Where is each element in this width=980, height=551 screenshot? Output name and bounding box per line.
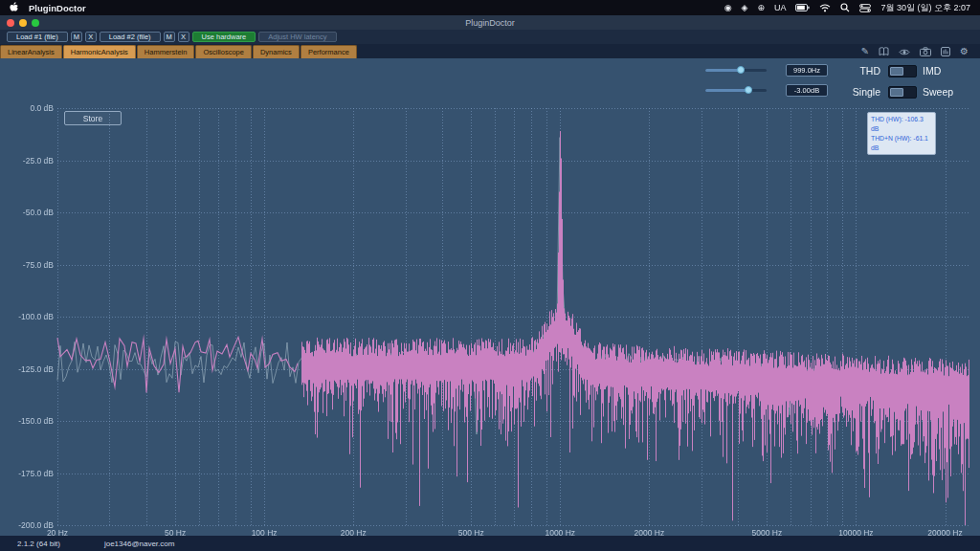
- frequency-value-field[interactable]: 999.0Hz: [786, 64, 828, 77]
- tab-performance[interactable]: Performance: [301, 45, 357, 58]
- status-bar: 2.1.2 (64 bit) joe1346@naver.com: [0, 536, 980, 551]
- eye-view-icon[interactable]: [899, 43, 910, 60]
- single-sweep-toggle-knob[interactable]: [890, 88, 903, 97]
- level-slider-fill: [705, 89, 747, 92]
- tab-dynamics[interactable]: Dynamics: [253, 45, 300, 58]
- plugin-status-icon[interactable]: ⊕: [757, 3, 765, 12]
- manual-book-icon[interactable]: [879, 43, 889, 60]
- level-slider[interactable]: [705, 89, 767, 92]
- version-text: 2.1.2 (64 bit): [17, 540, 60, 548]
- tab-harmonic-analysis[interactable]: HarmonicAnalysis: [63, 45, 136, 58]
- apple-menu-icon[interactable]: [10, 2, 19, 13]
- frequency-slider-thumb[interactable]: [737, 66, 745, 74]
- level-value-field[interactable]: -3.00dB: [786, 84, 828, 97]
- sweep-label: Sweep: [923, 86, 953, 98]
- thd-imd-toggle[interactable]: [888, 65, 917, 77]
- spectrum-canvas: [0, 58, 980, 536]
- wifi-icon[interactable]: [819, 4, 831, 12]
- tab-linear-analysis[interactable]: LinearAnalysis: [0, 45, 62, 58]
- screenshot-camera-icon[interactable]: [920, 43, 931, 60]
- license-email-text: joe1346@naver.com: [104, 540, 175, 548]
- use-hardware-button[interactable]: Use hardware: [192, 32, 256, 42]
- tool-icon-strip: ✎ ⚙: [861, 44, 980, 58]
- chart-area: Store THD (HW): -106.3 dB THD+N (HW): -6…: [0, 58, 980, 536]
- eq-meter-icon[interactable]: [941, 43, 950, 60]
- thd-readout-line2: THD+N (HW): -61.1 dB: [871, 134, 932, 153]
- spotlight-search-icon[interactable]: [840, 3, 850, 12]
- thd-readout-box: THD (HW): -106.3 dB THD+N (HW): -61.1 dB: [867, 112, 936, 155]
- level-slider-thumb[interactable]: [745, 86, 752, 94]
- mono-2-button[interactable]: M: [164, 32, 175, 42]
- tab-hammerstein[interactable]: Hammerstein: [137, 45, 195, 58]
- load-plugin-1-button[interactable]: Load #1 (file): [7, 32, 68, 42]
- store-button[interactable]: Store: [64, 111, 122, 125]
- y-tick-label: -25.0 dB: [4, 157, 54, 165]
- menubar-app-name[interactable]: PluginDoctor: [29, 3, 86, 13]
- battery-icon[interactable]: [795, 4, 810, 11]
- y-tick-label: -150.0 dB: [4, 417, 54, 426]
- clear-2-button[interactable]: X: [178, 32, 189, 42]
- y-tick-label: 0.0 dB: [4, 104, 54, 113]
- imd-label: IMD: [923, 65, 941, 77]
- thd-readout-line1: THD (HW): -106.3 dB: [871, 115, 932, 134]
- tab-oscilloscope[interactable]: Oscilloscope: [195, 45, 252, 58]
- edit-notes-icon[interactable]: ✎: [861, 47, 869, 56]
- y-tick-label: -175.0 dB: [4, 470, 54, 478]
- y-tick-label: -50.0 dB: [4, 209, 54, 217]
- single-sweep-toggle[interactable]: [888, 86, 917, 99]
- mono-1-button[interactable]: M: [71, 32, 82, 42]
- y-tick-label: -100.0 dB: [4, 313, 54, 321]
- menubar-clock[interactable]: 7월 30일 (일) 오후 2:07: [880, 2, 970, 14]
- y-tick-label: -125.0 dB: [4, 365, 54, 374]
- macos-menu-bar: PluginDoctor ◉ ◈ ⊕ UA 7월 30일 (일) 오후 2:07: [0, 0, 980, 15]
- window-title: PluginDoctor: [0, 18, 980, 28]
- screen: PluginDoctor ◉ ◈ ⊕ UA 7월 30일 (일) 오후 2:07…: [0, 0, 980, 551]
- y-tick-label: -75.0 dB: [4, 261, 54, 270]
- toolbar: Load #1 (file) M X Load #2 (file) M X Us…: [0, 30, 980, 44]
- adjust-hw-latency-button[interactable]: Adjust HW latency: [258, 32, 336, 42]
- clear-1-button[interactable]: X: [85, 32, 97, 42]
- window-titlebar: PluginDoctor: [0, 15, 980, 30]
- single-label: Single: [835, 86, 880, 98]
- thd-label: THD: [842, 65, 880, 77]
- load-plugin-2-button[interactable]: Load #2 (file): [100, 32, 161, 42]
- settings-gear-icon[interactable]: ⚙: [960, 47, 969, 56]
- input-source-ua[interactable]: UA: [774, 3, 787, 12]
- frequency-slider[interactable]: [705, 69, 767, 72]
- audio-device-icon[interactable]: ◈: [741, 3, 747, 12]
- screen-mirroring-icon[interactable]: ◉: [724, 3, 732, 12]
- frequency-slider-fill: [705, 69, 740, 72]
- thd-imd-toggle-knob[interactable]: [890, 67, 903, 76]
- analysis-tab-bar: LinearAnalysis HarmonicAnalysis Hammerst…: [0, 44, 980, 58]
- control-center-icon[interactable]: [859, 4, 871, 12]
